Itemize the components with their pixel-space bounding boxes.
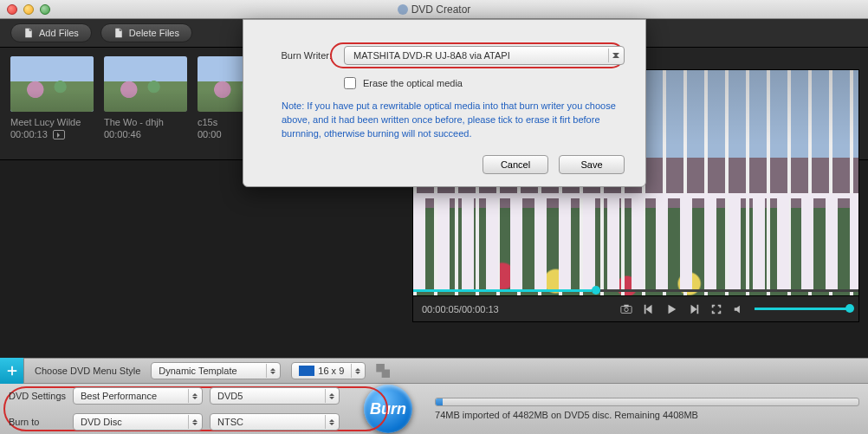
cancel-label: Cancel <box>501 159 530 170</box>
burn-writer-select[interactable]: MATSHITA DVD-R UJ-8A8 via ATAPI <box>344 46 625 65</box>
burn-writer-note: Note: If you have put a rewritable optic… <box>282 100 616 141</box>
cancel-button[interactable]: Cancel <box>483 155 548 174</box>
burn-writer-label: Burn Writer: <box>264 50 332 61</box>
save-label: Save <box>580 159 602 170</box>
select-arrows-icon <box>608 49 622 62</box>
burn-writer-dialog: Burn Writer: MATSHITA DVD-R UJ-8A8 via A… <box>243 19 646 187</box>
erase-label: Erase the optical media <box>363 78 463 88</box>
burn-writer-value: MATSHITA DVD-R UJ-8A8 via ATAPI <box>353 50 510 61</box>
save-button[interactable]: Save <box>559 155 625 174</box>
erase-media-checkbox[interactable]: Erase the optical media <box>344 77 625 89</box>
erase-checkbox-input[interactable] <box>344 77 356 89</box>
